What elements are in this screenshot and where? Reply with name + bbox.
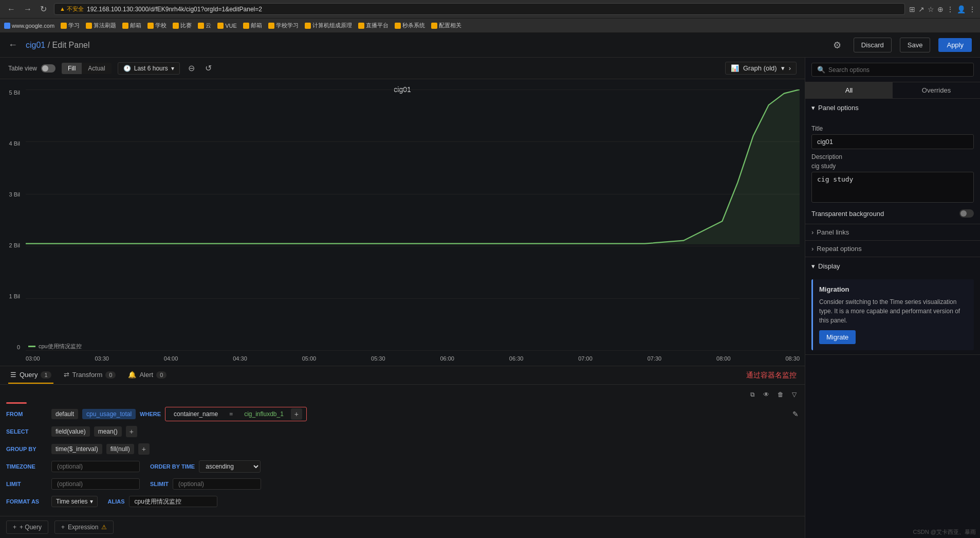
query-from-row: FROM default cpu_usage_total WHERE conta… — [6, 407, 799, 421]
transparent-bg-toggle[interactable] — [959, 209, 974, 218]
bookmark-seckill[interactable]: 秒杀系统 — [395, 22, 425, 29]
groupby-time-chip[interactable]: time($_interval) — [51, 444, 102, 454]
bookmark-school-study[interactable]: 学校学习 — [268, 22, 299, 29]
slimit-input[interactable] — [173, 478, 261, 490]
bookmark-mail[interactable]: 邮箱 — [122, 22, 141, 29]
zoom-out-button[interactable]: ⊖ — [186, 61, 197, 75]
bookmark-icon — [173, 23, 179, 29]
refresh-button[interactable]: ↺ — [203, 61, 214, 75]
order-by-time-select[interactable]: ascending descending — [199, 460, 261, 473]
fill-button[interactable]: Fill — [62, 63, 82, 74]
bookmark-school[interactable]: 学校 — [147, 22, 167, 29]
time-range-button[interactable]: 🕐 Last 6 hours ▾ — [118, 62, 180, 75]
legend-label: cpu使用情况监控 — [39, 343, 82, 350]
settings-icon-button[interactable]: ⚙ — [829, 38, 845, 53]
save-button[interactable]: Save — [900, 38, 931, 52]
tab-overrides[interactable]: Overrides — [893, 82, 980, 98]
bookmark-live[interactable]: 直播平台 — [358, 22, 389, 29]
bookmark-mail2[interactable]: 邮箱 — [243, 22, 262, 29]
query-duplicate-btn[interactable]: ⧉ — [748, 389, 757, 400]
bookmark-study[interactable]: 学习 — [61, 22, 80, 29]
alias-label: ALIAS — [108, 498, 125, 505]
x-label: 07:30 — [648, 355, 662, 362]
query-select-row: SELECT field(value) mean() + — [6, 424, 799, 439]
actual-button[interactable]: Actual — [82, 63, 111, 74]
extensions-btn[interactable]: ⊕ — [937, 5, 944, 13]
warning-icon: ⚠ — [101, 524, 107, 531]
panel-links-header[interactable]: › Panel links — [805, 224, 980, 240]
bookmark-config[interactable]: 配置相关 — [431, 22, 461, 29]
bookmark-icon — [217, 23, 224, 29]
bookmark-icon — [86, 23, 92, 29]
back-button[interactable]: ← — [4, 3, 19, 15]
query-toggle-btn[interactable]: 👁 — [761, 389, 771, 400]
left-panel: Table view Fill Actual 🕐 Last 6 hours ▾ … — [0, 58, 805, 538]
apply-button[interactable]: Apply — [938, 38, 972, 52]
display-section-header[interactable]: ▾ Display — [805, 257, 980, 275]
bookmark-cloud[interactable]: 云 — [198, 22, 211, 29]
tab-all[interactable]: All — [805, 82, 893, 98]
groupby-add-btn[interactable]: + — [138, 443, 150, 455]
where-field-chip[interactable]: container_name — [170, 409, 222, 419]
where-value-chip[interactable]: cig_influxdb_1 — [240, 409, 288, 419]
format-as-select[interactable]: Time series ▾ — [51, 496, 98, 507]
title-field-input[interactable] — [811, 134, 974, 149]
bookmark-google[interactable]: www.google.com — [4, 23, 54, 29]
bookmark-btn[interactable]: ☆ — [928, 5, 934, 13]
more-btn[interactable]: ⋮ — [969, 5, 976, 13]
tab-query[interactable]: ☰ Query 1 — [8, 367, 53, 384]
limit-label: LIMIT — [6, 481, 47, 487]
share-btn[interactable]: ↗ — [918, 5, 924, 13]
bookmark-algo[interactable]: 算法刷题 — [86, 22, 116, 29]
bookmark-vue[interactable]: VUE — [217, 23, 237, 29]
select-func-chip[interactable]: mean() — [94, 426, 122, 437]
x-label: 06:30 — [509, 355, 524, 362]
title-field-label: Title — [811, 125, 974, 132]
timezone-input[interactable] — [51, 461, 140, 472]
discard-button[interactable]: Discard — [854, 38, 892, 52]
description-hint: cig study — [811, 163, 974, 170]
bottom-buttons: + + Query + Expression ⚠ — [0, 516, 805, 538]
tab-transform[interactable]: ⇄ Transform 0 — [62, 367, 118, 384]
bookmark-computer[interactable]: 计算机组成原理 — [305, 22, 352, 29]
table-view-switch[interactable] — [41, 64, 56, 73]
tab-alert[interactable]: 🔔 Alert 0 — [126, 367, 169, 384]
search-input[interactable] — [828, 66, 968, 74]
panel-options-label: Panel options — [818, 104, 859, 112]
query-tabs: ☰ Query 1 ⇄ Transform 0 🔔 Alert 0 通过容器名监… — [0, 366, 805, 385]
back-to-dashboard-button[interactable]: ← — [8, 40, 17, 50]
query-delete-btn[interactable]: 🗑 — [775, 389, 786, 400]
viz-selector[interactable]: 📊 Graph (old) ▾ › — [725, 62, 797, 75]
select-add-btn[interactable]: + — [126, 426, 137, 437]
query-edit-btn[interactable]: ✎ — [792, 410, 799, 418]
menu-btn[interactable]: ⋮ — [947, 5, 954, 13]
y-label-3bil: 3 Bil — [9, 191, 20, 198]
breadcrumb-parent[interactable]: cig01 — [26, 41, 45, 49]
reload-button[interactable]: ↻ — [37, 3, 50, 15]
repeat-options-section: › Repeat options — [805, 241, 980, 257]
url-bar[interactable]: ▲ 不安全 192.168.100.130:3000/d/fEK9nrh4k/c… — [54, 3, 905, 15]
limit-input[interactable] — [51, 478, 140, 490]
query-expand-btn[interactable]: ▽ — [790, 389, 799, 400]
bookmark-label: 直播平台 — [366, 22, 389, 29]
migrate-button[interactable]: Migrate — [819, 330, 856, 344]
groupby-fill-chip[interactable]: fill(null) — [106, 444, 134, 454]
select-field-chip[interactable]: field(value) — [51, 426, 90, 437]
repeat-options-header[interactable]: › Repeat options — [805, 241, 980, 257]
toggle-knob — [960, 210, 967, 217]
panel-options-header[interactable]: ▾ Panel options — [805, 99, 980, 117]
add-expression-button[interactable]: + Expression ⚠ — [54, 521, 114, 534]
description-textarea[interactable]: cig study — [811, 172, 974, 203]
screenshot-btn[interactable]: ⊞ — [909, 5, 915, 13]
from-table-chip[interactable]: cpu_usage_total — [82, 409, 136, 419]
add-query-button[interactable]: + + Query — [6, 521, 48, 534]
bookmark-icon — [4, 23, 10, 29]
bookmark-contest[interactable]: 比赛 — [173, 22, 192, 29]
alias-input[interactable] — [129, 496, 217, 507]
chart-legend: cpu使用情况监控 — [28, 343, 82, 350]
from-db-chip[interactable]: default — [51, 409, 78, 419]
profile-btn[interactable]: 👤 — [957, 5, 966, 13]
where-add-condition-btn[interactable]: + — [291, 408, 302, 420]
forward-button[interactable]: → — [21, 3, 35, 15]
panel-links-section: › Panel links — [805, 224, 980, 241]
